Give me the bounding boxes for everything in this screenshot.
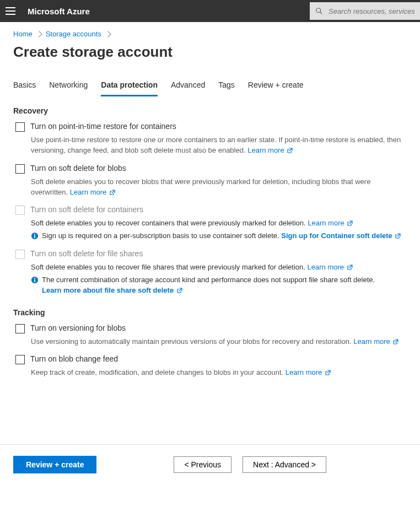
- option-blob-soft-delete: Turn on soft delete for blobs: [13, 164, 407, 174]
- desc-pitr: Use point-in-time restore to restore one…: [31, 135, 407, 156]
- svg-point-1: [316, 8, 321, 13]
- breadcrumb-storage-accounts[interactable]: Storage accounts: [46, 30, 101, 38]
- global-search[interactable]: [310, 2, 420, 20]
- learn-more-fileshare-softdelete-info[interactable]: Learn more about file share soft delete: [42, 286, 182, 294]
- label-fileshare-soft-delete: Turn on soft delete for file shares: [30, 249, 143, 258]
- external-link-icon: [393, 339, 399, 344]
- label-change-feed: Turn on blob change feed: [30, 354, 118, 363]
- option-fileshare-soft-delete: Turn on soft delete for file shares: [13, 249, 407, 259]
- section-recovery-heading: Recovery: [13, 106, 407, 115]
- footer: Review + create < Previous Next : Advanc…: [0, 445, 420, 487]
- desc-blob-soft-delete: Soft delete enables you to recover blobs…: [31, 177, 407, 198]
- breadcrumb-home[interactable]: Home: [13, 30, 33, 38]
- external-link-icon: [347, 265, 353, 270]
- option-versioning: Turn on versioning for blobs: [13, 324, 407, 333]
- previous-button[interactable]: < Previous: [174, 456, 231, 473]
- brand-label: Microsoft Azure: [28, 7, 90, 16]
- label-blob-soft-delete: Turn on soft delete for blobs: [30, 164, 126, 173]
- external-link-icon: [395, 233, 401, 239]
- tabs: Basics Networking Data protection Advanc…: [13, 80, 407, 96]
- tab-data-protection[interactable]: Data protection: [101, 80, 158, 96]
- hamburger-menu-button[interactable]: [6, 6, 17, 17]
- option-pitr: Turn on point-in-time restore for contai…: [13, 122, 407, 132]
- signup-container-soft-delete[interactable]: Sign up for Container soft delete: [281, 231, 401, 240]
- review-create-button[interactable]: Review + create: [13, 456, 96, 473]
- option-container-soft-delete: Turn on soft delete for containers: [13, 205, 407, 215]
- svg-rect-7: [34, 279, 35, 282]
- info-icon: [31, 276, 39, 284]
- info-icon: [31, 232, 39, 240]
- desc-fileshare-soft-delete: Soft delete enables you to recover file …: [31, 262, 407, 296]
- checkbox-blob-soft-delete[interactable]: [15, 164, 25, 174]
- chevron-right-icon: [36, 31, 42, 37]
- external-link-icon: [177, 288, 182, 293]
- learn-more-versioning[interactable]: Learn more: [353, 337, 399, 346]
- desc-versioning: Use versioning to automatically maintain…: [31, 337, 407, 347]
- checkbox-pitr[interactable]: [15, 122, 25, 132]
- learn-more-blob-soft-delete[interactable]: Learn more: [70, 188, 115, 196]
- checkbox-versioning[interactable]: [15, 324, 25, 333]
- svg-rect-8: [34, 278, 35, 279]
- topbar: Microsoft Azure: [0, 0, 420, 22]
- external-link-icon: [110, 190, 115, 195]
- external-link-icon: [287, 148, 293, 153]
- checkbox-fileshare-soft-delete: [15, 250, 25, 259]
- tab-review-create[interactable]: Review + create: [248, 80, 304, 96]
- checkbox-change-feed[interactable]: [15, 355, 25, 364]
- chevron-right-icon: [105, 31, 111, 37]
- section-tracking-heading: Tracking: [13, 308, 407, 317]
- desc-change-feed: Keep track of create, modification, and …: [31, 368, 407, 378]
- label-versioning: Turn on versioning for blobs: [30, 324, 126, 332]
- svg-line-2: [320, 12, 322, 14]
- checkbox-container-soft-delete: [15, 206, 25, 215]
- option-change-feed: Turn on blob change feed: [13, 354, 407, 364]
- learn-more-container-soft-delete[interactable]: Learn more: [308, 219, 353, 227]
- svg-rect-4: [34, 235, 35, 238]
- tab-networking[interactable]: Networking: [49, 80, 88, 96]
- learn-more-change-feed[interactable]: Learn more: [286, 368, 331, 376]
- breadcrumb: Home Storage accounts: [13, 30, 407, 38]
- search-icon: [315, 7, 323, 15]
- label-container-soft-delete: Turn on soft delete for containers: [30, 205, 143, 214]
- search-input[interactable]: [327, 7, 416, 16]
- next-button[interactable]: Next : Advanced >: [243, 456, 326, 473]
- external-link-icon: [325, 370, 331, 375]
- svg-rect-5: [34, 234, 35, 235]
- desc-container-soft-delete: Soft delete enables you to recover conta…: [31, 218, 407, 241]
- tab-tags[interactable]: Tags: [218, 80, 235, 96]
- label-pitr: Turn on point-in-time restore for contai…: [30, 122, 176, 131]
- tab-basics[interactable]: Basics: [13, 80, 36, 96]
- external-link-icon: [347, 220, 353, 226]
- learn-more-pitr[interactable]: Learn more: [247, 146, 293, 154]
- learn-more-fileshare-soft-delete[interactable]: Learn more: [308, 263, 353, 271]
- tab-advanced[interactable]: Advanced: [171, 80, 205, 96]
- page-title: Create storage account: [13, 44, 407, 61]
